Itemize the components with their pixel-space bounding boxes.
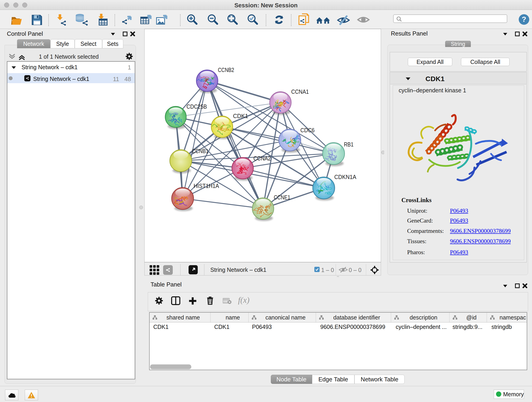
svg-text:CDC6: CDC6 [300, 127, 315, 134]
svg-text:CCNE1: CCNE1 [274, 194, 290, 201]
svg-text:CCNA2: CCNA2 [253, 155, 271, 162]
svg-text:RB1: RB1 [344, 141, 354, 148]
svg-text:CCNB2: CCNB2 [218, 66, 234, 73]
svg-text:HIST1H1A: HIST1H1A [194, 182, 219, 189]
svg-text:CDKN1A: CDKN1A [334, 173, 356, 180]
svg-text:CCNB1: CCNB1 [192, 148, 209, 154]
svg-text:CDK1: CDK1 [233, 113, 248, 119]
svg-text:CCNA1: CCNA1 [291, 88, 309, 95]
svg-text:CDC25B: CDC25B [186, 103, 207, 110]
